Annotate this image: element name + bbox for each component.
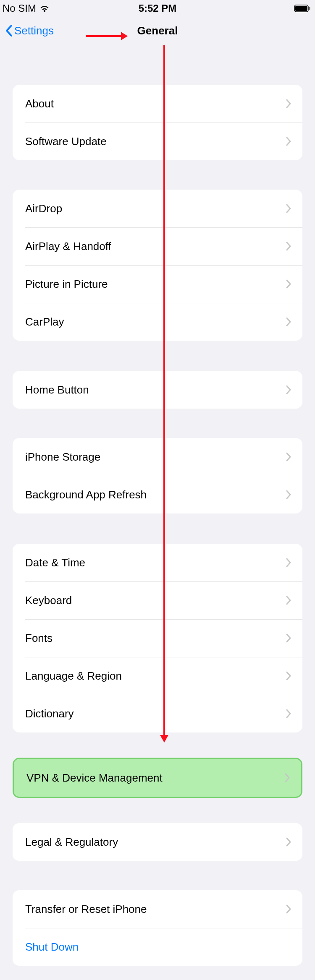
row-keyboard[interactable]: Keyboard — [13, 581, 302, 619]
row-background-app-refresh[interactable]: Background App Refresh — [13, 476, 302, 513]
row-carplay[interactable]: CarPlay — [13, 303, 302, 341]
navigation-bar: Settings General — [0, 17, 315, 44]
row-label: Fonts — [25, 632, 286, 645]
settings-group: Date & TimeKeyboardFontsLanguage & Regio… — [13, 544, 302, 732]
row-label: Home Button — [25, 383, 286, 396]
row-dictionary[interactable]: Dictionary — [13, 695, 302, 732]
row-label: Keyboard — [25, 594, 286, 607]
chevron-left-icon — [5, 24, 13, 37]
settings-content: AboutSoftware UpdateAirDropAirPlay & Han… — [0, 44, 315, 966]
row-software-update[interactable]: Software Update — [13, 122, 302, 160]
svg-rect-1 — [295, 6, 307, 11]
wifi-icon — [39, 5, 50, 12]
page-title: General — [137, 24, 178, 37]
row-date-time[interactable]: Date & Time — [13, 544, 302, 581]
back-label: Settings — [14, 24, 54, 37]
row-transfer-reset[interactable]: Transfer or Reset iPhone — [13, 890, 302, 928]
row-label: VPN & Device Management — [26, 771, 284, 785]
chevron-right-icon — [286, 99, 291, 109]
row-iphone-storage[interactable]: iPhone Storage — [13, 438, 302, 476]
settings-group: Home Button — [13, 371, 302, 409]
carrier-label: No SIM — [3, 3, 36, 14]
chevron-right-icon — [284, 773, 290, 783]
settings-group: iPhone StorageBackground App Refresh — [13, 438, 302, 513]
chevron-right-icon — [286, 671, 291, 681]
row-label: CarPlay — [25, 315, 286, 328]
chevron-right-icon — [286, 279, 291, 289]
status-time: 5:52 PM — [139, 3, 177, 14]
chevron-right-icon — [286, 709, 291, 719]
settings-group: VPN & Device Management — [13, 758, 302, 798]
chevron-right-icon — [286, 595, 291, 605]
chevron-right-icon — [286, 452, 291, 462]
chevron-right-icon — [286, 558, 291, 568]
chevron-right-icon — [286, 837, 291, 847]
chevron-right-icon — [286, 317, 291, 327]
row-label: iPhone Storage — [25, 451, 286, 464]
row-label: Picture in Picture — [25, 278, 286, 291]
row-language-region[interactable]: Language & Region — [13, 657, 302, 695]
chevron-right-icon — [286, 241, 291, 251]
row-label: Background App Refresh — [25, 488, 286, 501]
back-button[interactable]: Settings — [5, 24, 54, 37]
row-airplay-handoff[interactable]: AirPlay & Handoff — [13, 227, 302, 265]
row-label: AirPlay & Handoff — [25, 240, 286, 253]
row-legal-regulatory[interactable]: Legal & Regulatory — [13, 823, 302, 861]
status-right — [294, 5, 311, 12]
row-shut-down[interactable]: Shut Down — [13, 928, 302, 966]
row-vpn-device-management[interactable]: VPN & Device Management — [14, 759, 301, 797]
status-left: No SIM — [3, 3, 50, 14]
chevron-right-icon — [286, 203, 291, 214]
row-fonts[interactable]: Fonts — [13, 619, 302, 657]
row-label: Transfer or Reset iPhone — [25, 903, 286, 916]
settings-group: AirDropAirPlay & HandoffPicture in Pictu… — [13, 190, 302, 341]
row-home-button[interactable]: Home Button — [13, 371, 302, 409]
battery-icon — [294, 5, 311, 12]
chevron-right-icon — [286, 904, 291, 914]
chevron-right-icon — [286, 136, 291, 146]
settings-group: AboutSoftware Update — [13, 85, 302, 160]
settings-group: Transfer or Reset iPhoneShut Down — [13, 890, 302, 966]
row-label: Dictionary — [25, 707, 286, 720]
status-bar: No SIM 5:52 PM — [0, 0, 315, 17]
row-label: Date & Time — [25, 556, 286, 569]
svg-rect-2 — [309, 7, 310, 10]
chevron-right-icon — [286, 385, 291, 395]
row-label: About — [25, 97, 286, 110]
row-label: Shut Down — [25, 941, 291, 954]
chevron-right-icon — [286, 490, 291, 500]
row-label: AirDrop — [25, 202, 286, 215]
row-picture-in-picture[interactable]: Picture in Picture — [13, 265, 302, 303]
row-about[interactable]: About — [13, 85, 302, 122]
chevron-right-icon — [286, 633, 291, 643]
row-label: Legal & Regulatory — [25, 836, 286, 849]
row-airdrop[interactable]: AirDrop — [13, 190, 302, 227]
row-label: Software Update — [25, 135, 286, 148]
row-label: Language & Region — [25, 670, 286, 683]
settings-group: Legal & Regulatory — [13, 823, 302, 861]
